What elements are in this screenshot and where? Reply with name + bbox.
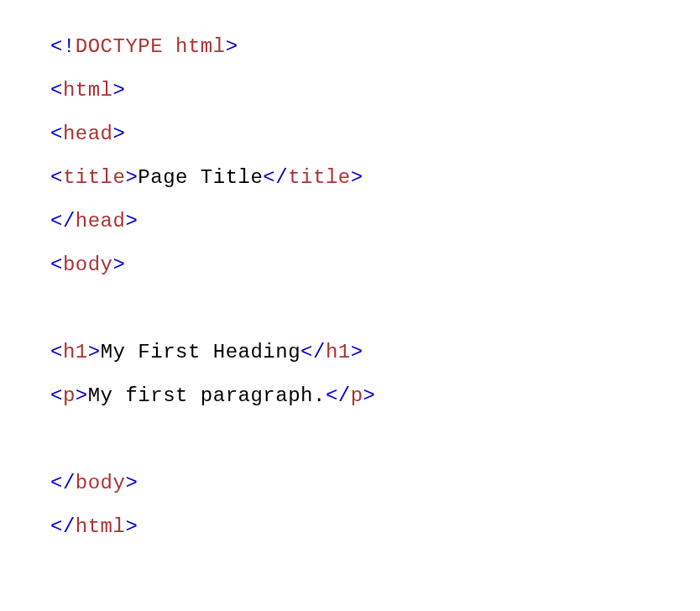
code-line-html-open: <html> <box>50 69 700 112</box>
code-block: <!DOCTYPE html> <html> <head> <title>Pag… <box>50 25 700 549</box>
bracket-open: < <box>50 341 63 363</box>
bracket-open: </ <box>50 210 76 232</box>
doctype-keyword: DOCTYPE <box>76 35 163 58</box>
tag-title: title <box>63 166 126 189</box>
title-text: Page Title <box>138 166 263 189</box>
tag-p-close: p <box>351 384 363 407</box>
tag-p: p <box>63 384 76 407</box>
bracket-open: < <box>50 79 63 102</box>
tag-body-close: body <box>76 472 126 494</box>
bracket-close: > <box>113 253 126 276</box>
bracket-open: < <box>50 166 63 189</box>
code-line-head-close: </head> <box>50 200 700 243</box>
code-line-title: <title>Page Title</title> <box>50 156 700 200</box>
tag-body: body <box>63 253 113 276</box>
doctype-html: html <box>175 35 226 58</box>
bracket-open: </ <box>326 384 351 407</box>
bracket-open: <! <box>50 35 76 58</box>
bracket-close: > <box>351 341 363 363</box>
blank-line <box>50 287 700 331</box>
tag-html-close: html <box>76 515 126 538</box>
bracket-close: > <box>125 210 138 232</box>
tag-title-close: title <box>288 166 351 189</box>
code-line-p: <p>My first paragraph.</p> <box>50 374 700 418</box>
tag-h1-close: h1 <box>326 341 351 363</box>
code-line-html-close: </html> <box>50 505 700 549</box>
code-line-body-open: <body> <box>50 243 700 287</box>
bracket-open: < <box>50 253 63 276</box>
h1-text: My First Heading <box>101 341 300 363</box>
bracket-open: < <box>50 384 63 407</box>
bracket-close: > <box>113 79 126 102</box>
bracket-open: </ <box>263 166 288 189</box>
code-line-h1: <h1>My First Heading</h1> <box>50 331 700 374</box>
bracket-close: > <box>125 472 138 494</box>
space <box>163 35 175 58</box>
tag-html: html <box>63 79 113 102</box>
blank-line <box>50 418 700 462</box>
bracket-close: > <box>226 35 238 58</box>
code-line-head-open: <head> <box>50 112 700 156</box>
bracket-open: < <box>50 123 63 145</box>
tag-h1: h1 <box>63 341 88 363</box>
bracket-open: </ <box>50 515 76 538</box>
bracket-open: </ <box>300 341 326 363</box>
bracket-close: > <box>125 515 138 538</box>
code-line-doctype: <!DOCTYPE html> <box>50 25 700 69</box>
tag-head: head <box>63 123 113 145</box>
bracket-close: > <box>363 384 376 407</box>
p-text: My first paragraph. <box>88 384 326 407</box>
bracket-close: > <box>76 384 88 407</box>
code-line-body-close: </body> <box>50 462 700 505</box>
tag-head-close: head <box>76 210 126 232</box>
bracket-close: > <box>351 166 363 189</box>
bracket-close: > <box>125 166 138 189</box>
bracket-close: > <box>88 341 101 363</box>
bracket-open: </ <box>50 472 76 494</box>
bracket-close: > <box>113 123 126 145</box>
